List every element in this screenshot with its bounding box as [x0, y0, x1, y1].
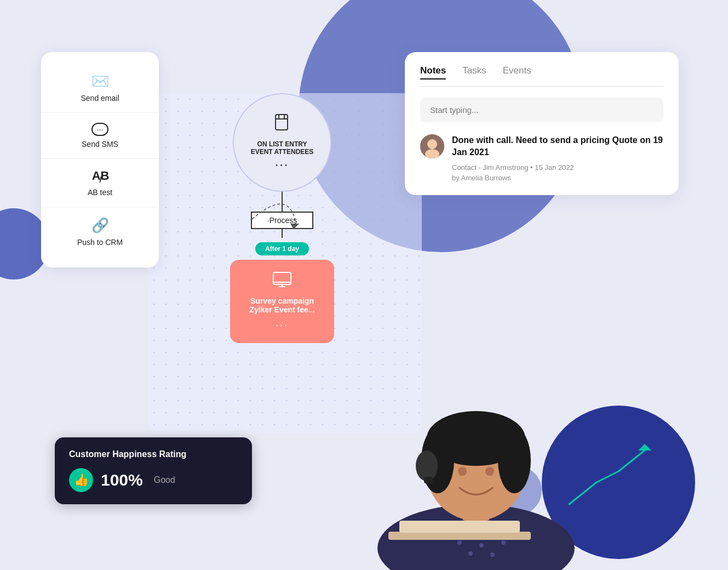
entry-node-line2: EVENT ATTENDEES	[251, 148, 314, 156]
action-push-crm[interactable]: 🔗 Push to CRM	[41, 207, 159, 256]
svg-point-27	[468, 551, 473, 556]
entry-node-icon	[273, 113, 291, 137]
push-crm-label: Push to CRM	[77, 238, 123, 247]
svg-point-22	[458, 467, 467, 476]
svg-point-26	[501, 540, 506, 545]
flow-line-2	[282, 229, 283, 238]
note-author: by Amelia Burrows	[452, 174, 663, 182]
notes-panel: Notes Tasks Events Done with call. Need …	[405, 52, 679, 195]
notes-input-field[interactable]	[420, 98, 663, 122]
send-email-label: Send email	[81, 94, 119, 102]
rating-percent: 100%	[101, 471, 143, 489]
email-icon: ✉️	[91, 73, 109, 90]
survey-campaign-card: Survey campaignZylker Event fee... ···	[230, 260, 334, 343]
survey-dots: ···	[276, 320, 289, 331]
tab-events[interactable]: Events	[503, 65, 531, 79]
note-contact: Contact - Jim Armstrong	[452, 163, 528, 172]
happiness-rating: 👍 100% Good	[69, 468, 238, 492]
tab-tasks[interactable]: Tasks	[462, 65, 486, 79]
tab-notes[interactable]: Notes	[420, 65, 446, 79]
svg-marker-4	[290, 224, 299, 229]
notes-tabs: Notes Tasks Events	[420, 65, 663, 87]
note-title: Done with call. Need to send a pricing Q…	[452, 134, 663, 159]
after-badge: After 1 day	[255, 242, 309, 255]
svg-rect-0	[276, 115, 288, 130]
survey-label: Survey campaignZylker Event fee...	[249, 297, 314, 314]
action-send-sms[interactable]: ··· Send SMS	[41, 112, 159, 158]
action-send-email[interactable]: ✉️ Send email	[41, 63, 159, 112]
dashed-arrow-svg	[247, 175, 312, 230]
ab-icon: A/B	[92, 169, 108, 184]
thumbs-up-icon: 👍	[69, 468, 93, 492]
action-ab-test[interactable]: A/B AB test	[41, 158, 159, 207]
svg-point-25	[479, 543, 484, 548]
svg-point-28	[490, 552, 495, 557]
svg-point-23	[485, 467, 494, 476]
actions-card: ✉️ Send email ··· Send SMS A/B AB test 🔗…	[41, 52, 159, 267]
notes-entry: Done with call. Need to send a pricing Q…	[420, 134, 663, 182]
svg-rect-19	[424, 477, 433, 483]
entry-node-dots: ···	[275, 159, 289, 172]
svg-point-17	[498, 428, 531, 493]
send-sms-label: Send SMS	[82, 140, 118, 149]
sms-icon: ···	[91, 123, 109, 136]
rating-label: Good	[154, 475, 175, 485]
survey-icon	[273, 272, 291, 291]
flow-diagram: ON LIST ENTRY EVENT ATTENDEES ··· ·Proce…	[164, 93, 400, 343]
svg-rect-21	[399, 521, 520, 533]
entry-node-line1: ON LIST ENTRY	[257, 140, 307, 148]
happiness-card: Customer Happiness Rating 👍 100% Good	[55, 437, 252, 504]
avatar	[420, 134, 444, 158]
chart-arrow	[564, 438, 662, 515]
crm-icon: 🔗	[91, 217, 109, 234]
svg-rect-20	[388, 532, 531, 540]
note-separator: •	[530, 163, 535, 172]
happiness-title: Customer Happiness Rating	[69, 449, 238, 459]
svg-point-18	[416, 451, 438, 481]
note-content: Done with call. Need to send a pricing Q…	[452, 134, 663, 182]
svg-marker-29	[638, 444, 651, 451]
svg-point-24	[457, 540, 462, 545]
note-meta: Contact - Jim Armstrong • 15 Jan 2022 by…	[452, 163, 663, 182]
ab-test-label: AB test	[88, 188, 112, 197]
note-date: 15 Jan 2022	[535, 163, 574, 172]
svg-point-10	[427, 139, 437, 149]
